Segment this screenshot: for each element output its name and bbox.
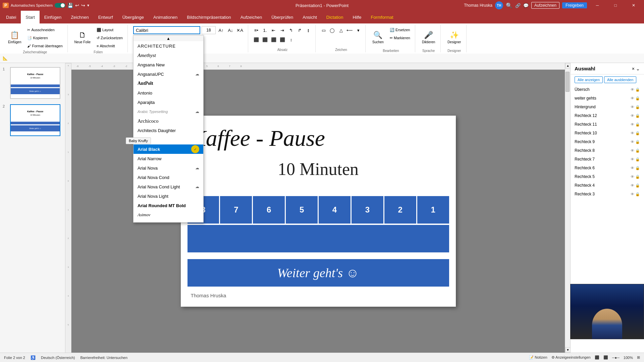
font-item-angsana-new[interactable]: Angsana New [133, 60, 203, 69]
font-item-aparajita[interactable]: Aparajita [133, 98, 203, 107]
scrollbar-thumb[interactable] [566, 72, 570, 92]
shape-1[interactable]: ▭ [320, 26, 328, 34]
designer-button[interactable]: ✨ Designer [445, 26, 464, 48]
font-item-arial-nova-cond[interactable]: Arial Nova Cond [133, 173, 203, 182]
tab-dictation[interactable]: Dictation [322, 11, 348, 23]
tab-einfuegen[interactable]: Einfügen [40, 11, 66, 23]
rp-item-hintergrund[interactable]: Hintergrund 👁 🔒 [571, 103, 644, 111]
zuruecksetzen-button[interactable]: ↺ Zurücksetzen [95, 34, 125, 42]
font-item-archicoco[interactable]: Archicoco [133, 116, 203, 126]
more-tools-icon[interactable]: ▾ [87, 3, 89, 8]
search-icon[interactable]: 🔍 [506, 2, 513, 9]
hide-all-button[interactable]: Alle ausblenden [604, 76, 636, 83]
save-icon[interactable]: 💾 [67, 3, 73, 8]
view-icon[interactable]: ⚙ Anzeigeeinstellungen [551, 355, 591, 360]
font-item-arial-black[interactable]: Arial Black ✓ [133, 144, 203, 154]
scroll-up-arrow[interactable]: ▲ [565, 63, 571, 68]
align-left-button[interactable]: ⬛ [252, 36, 260, 44]
maximize-button[interactable]: □ [608, 0, 623, 11]
tab-formformat[interactable]: Formformat [366, 11, 398, 23]
dropdown-scroll-up[interactable]: ▲ [133, 35, 203, 41]
scrollbar-track[interactable] [565, 68, 570, 347]
view-slide-sorter-button[interactable]: ⬛ [603, 355, 608, 360]
share-icon[interactable]: 🔗 [515, 3, 521, 8]
scroll-down-arrow[interactable]: ▼ [565, 347, 571, 353]
tab-hilfe[interactable]: Hilfe [348, 11, 366, 23]
kopieren-button[interactable]: 📑 Kopieren [25, 34, 64, 42]
font-name-input[interactable] [133, 26, 200, 34]
align-center-button[interactable]: ⬛ [261, 36, 269, 44]
autosave-toggle[interactable] [55, 3, 65, 8]
vertical-scrollbar[interactable]: ▲ ▼ [565, 63, 570, 353]
shape-3[interactable]: △ [337, 26, 345, 34]
format-uebertragen-button[interactable]: 🖌 Format übertragen [25, 42, 64, 50]
neue-folie-button[interactable]: 🗋 Neue Folie [72, 26, 93, 48]
shape-2[interactable]: ◯ [328, 26, 336, 34]
justify-button[interactable]: ⬛ [278, 36, 286, 44]
ausschneiden-button[interactable]: ✂ Ausschneiden [25, 26, 64, 34]
rp-item-rechteck6[interactable]: Rechteck 6 👁 🔒 [571, 164, 644, 172]
decrease-font-button[interactable]: A↓ [226, 26, 234, 34]
font-item-arial-nova-light[interactable]: Arial Nova Light [133, 191, 203, 201]
rp-item-rechteck8[interactable]: Rechteck 8 👁 🔒 [571, 146, 644, 155]
rp-item-weiterg[interactable]: weiter gehts 👁 🔒 [571, 94, 644, 103]
line-spacing-button[interactable]: ↕ [287, 36, 295, 44]
suchen-button[interactable]: 🔍 Suchen [370, 26, 386, 48]
show-all-button[interactable]: Alle anzeigen [575, 76, 603, 83]
clear-format-button[interactable]: ✕A [236, 26, 244, 34]
font-size-input[interactable] [202, 26, 216, 34]
fit-page-button[interactable]: ⊞ [637, 355, 640, 360]
zoom-slider[interactable]: ─●─ [612, 356, 620, 360]
slide-thumb-2[interactable]: 2 Kaffee - Pause 10 Minuten Weiter geht'… [1, 103, 64, 137]
aufzeichnen-btn[interactable]: Aufzeichnen [531, 2, 559, 9]
bullets-button[interactable]: ≡• [252, 26, 260, 34]
redo-icon[interactable]: ↪ [81, 3, 85, 8]
abschnitt-button[interactable]: ≡ Abschnitt [95, 42, 125, 50]
rp-item-rechteck10[interactable]: Rechteck 10 👁 🔒 [571, 129, 644, 137]
view-normal-button[interactable]: ⬛ [595, 355, 599, 360]
tab-zeichnen[interactable]: Zeichnen [66, 11, 93, 23]
font-item-arial-nova[interactable]: Arial Nova ☁ [133, 163, 203, 173]
ltr-button[interactable]: ↱ [296, 26, 304, 34]
font-item-asimov[interactable]: Asimov [133, 210, 203, 220]
tab-datei[interactable]: Datei [1, 11, 21, 23]
rp-item-rechteck9[interactable]: Rechteck 9 👁 🔒 [571, 137, 644, 146]
rp-item-rechteck12[interactable]: Rechteck 12 👁 🔒 [571, 111, 644, 120]
markieren-button[interactable]: ✏ Markieren [388, 34, 412, 42]
rp-item-rechteck5[interactable]: Rechteck 5 👁 🔒 [571, 172, 644, 181]
ersetzen-button[interactable]: 🔄 Ersetzen [388, 26, 412, 34]
font-item-arial-narrow[interactable]: Arial Narrow [133, 154, 203, 163]
tab-bildschirm[interactable]: Bildschirmpräsentation [182, 11, 236, 23]
increase-font-button[interactable]: A↑ [217, 26, 225, 34]
font-item-antpolt[interactable]: AntPolt [133, 79, 203, 88]
rp-item-uebersch[interactable]: Übersch 👁 🔒 [571, 85, 644, 94]
font-item-architects-daughter[interactable]: Architects Daughter [133, 126, 203, 135]
rp-item-rechteck11[interactable]: Rechteck 11 👁 🔒 [571, 120, 644, 129]
font-item-arial-nova-cond-light[interactable]: Arial Nova Cond Light ☁ Baby Kruffy [133, 182, 203, 191]
rp-item-rechteck3[interactable]: Rechteck 3 👁 🔒 [571, 190, 644, 198]
notes-icon[interactable]: 📝 Notizen [529, 355, 547, 360]
font-item-architecture[interactable]: ARCHITECTURE [133, 41, 203, 51]
tab-aufzeichnen[interactable]: Aufzeichen [236, 11, 267, 23]
decrease-indent-button[interactable]: ⇤ [270, 26, 278, 34]
tab-ueberpruefen[interactable]: Überprüfen [267, 11, 298, 23]
font-item-antonio[interactable]: Antonio [133, 88, 203, 98]
shape-4[interactable]: ⟵ [346, 26, 354, 34]
font-item-autumn[interactable]: Autumn [133, 220, 203, 223]
close-button[interactable]: ✕ [626, 0, 641, 11]
tab-uebergaenge[interactable]: Übergänge [118, 11, 149, 23]
tab-entwurf[interactable]: Entwurf [94, 11, 118, 23]
columns-button[interactable]: ⫿ [305, 26, 313, 34]
panel-expand-icon[interactable]: ⌄ [636, 66, 640, 71]
increase-indent-button[interactable]: ⇥ [278, 26, 286, 34]
freigeben-btn[interactable]: Freigeben [562, 2, 587, 8]
font-item-amethyst[interactable]: Amethyst [133, 51, 203, 60]
font-item-arabic-typesetting[interactable]: Arabic Typesetting ☁ [133, 107, 203, 116]
tab-ansicht[interactable]: Ansicht [298, 11, 322, 23]
minimize-button[interactable]: ─ [590, 0, 605, 11]
rp-item-rechteck4[interactable]: Rechteck 4 👁 🔒 [571, 181, 644, 190]
align-right-button[interactable]: ⬛ [270, 36, 278, 44]
font-item-arial-rounded[interactable]: Arial Rounded MT Bold [133, 201, 203, 210]
slide-thumb-1[interactable]: 1 Kaffee - Pause 10 Minuten Weiter geht'… [1, 66, 64, 100]
tab-start[interactable]: Start [21, 11, 39, 23]
